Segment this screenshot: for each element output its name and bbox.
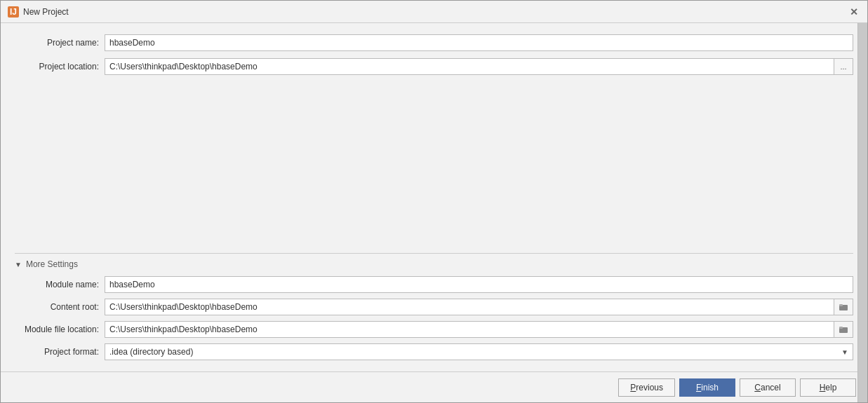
module-name-label: Module name:: [15, 280, 99, 289]
content-root-input[interactable]: [105, 299, 834, 315]
module-name-input[interactable]: [105, 276, 853, 293]
project-name-label: Project name:: [15, 38, 99, 48]
more-settings-content: Module name: Content root:: [15, 276, 853, 360]
project-location-row: Project location: ...: [15, 58, 853, 75]
cancel-label: Cancel: [754, 383, 780, 392]
dialog-title: New Project: [23, 7, 69, 17]
title-bar-left: IJ New Project: [8, 6, 69, 18]
finish-label: Finish: [696, 383, 719, 392]
module-file-location-field: [105, 321, 853, 338]
side-stripe: [857, 23, 867, 402]
folder-icon: [839, 303, 848, 311]
svg-rect-1: [839, 304, 843, 306]
select-arrow-icon: ▼: [841, 348, 848, 356]
dialog-footer: Previous Finish Cancel Help: [1, 371, 867, 402]
help-label: Help: [820, 383, 837, 392]
project-location-label: Project location:: [15, 62, 99, 71]
module-file-location-browse-button[interactable]: [834, 321, 853, 338]
dialog-content: Project name: Project location: ... ▼ Mo…: [1, 23, 867, 371]
project-format-value: .idea (directory based): [109, 347, 841, 357]
new-project-dialog: IJ New Project ✕ Project name: Project l…: [0, 0, 868, 403]
content-spacer: [15, 82, 853, 246]
project-location-browse-button[interactable]: ...: [834, 58, 853, 75]
collapse-arrow-icon: ▼: [15, 261, 22, 268]
more-settings-header[interactable]: ▼ More Settings: [15, 259, 853, 269]
app-icon: IJ: [8, 6, 19, 18]
content-root-browse-button[interactable]: [834, 299, 853, 315]
previous-button[interactable]: Previous: [618, 378, 675, 397]
more-settings-section: ▼ More Settings Module name: Content roo…: [15, 253, 853, 360]
title-bar: IJ New Project ✕: [1, 1, 867, 23]
project-location-input[interactable]: [105, 58, 834, 75]
finish-button[interactable]: Finish: [679, 378, 735, 397]
project-format-label: Project format:: [15, 347, 99, 357]
module-file-location-label: Module file location:: [15, 325, 99, 334]
cancel-button[interactable]: Cancel: [740, 378, 796, 397]
project-format-row: Project format: .idea (directory based) …: [15, 343, 853, 360]
content-root-row: Content root:: [15, 299, 853, 315]
close-button[interactable]: ✕: [848, 6, 860, 18]
more-settings-label: More Settings: [26, 259, 78, 269]
project-location-field: ...: [105, 58, 853, 75]
folder-icon-2: [839, 325, 848, 334]
help-button[interactable]: Help: [800, 378, 856, 397]
module-name-row: Module name:: [15, 276, 853, 293]
project-name-input[interactable]: [105, 34, 853, 51]
svg-rect-3: [839, 327, 843, 329]
module-file-location-row: Module file location:: [15, 321, 853, 338]
module-file-location-input[interactable]: [105, 321, 834, 338]
project-name-row: Project name:: [15, 34, 853, 51]
content-root-field: [105, 299, 853, 315]
project-format-select[interactable]: .idea (directory based) ▼: [105, 343, 853, 360]
content-root-label: Content root:: [15, 302, 99, 312]
